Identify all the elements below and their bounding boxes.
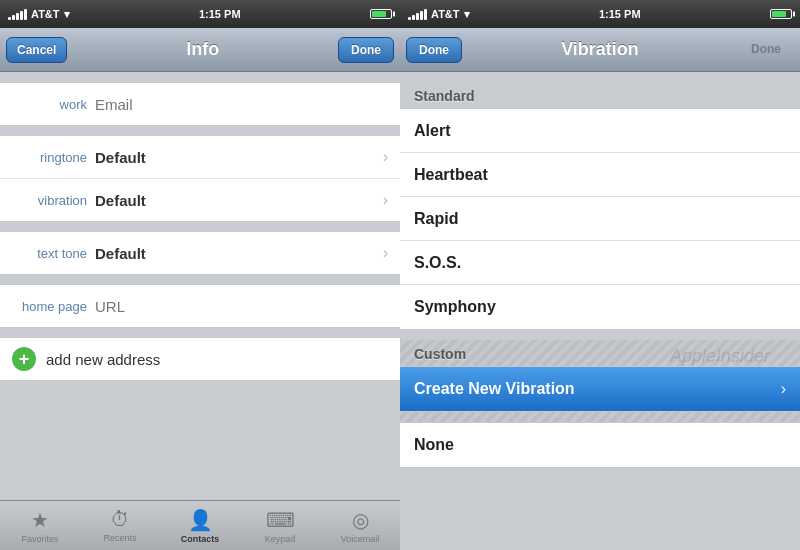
tab-favorites-label: Favorites (21, 534, 58, 544)
symphony-label: Symphony (414, 298, 786, 316)
time-right: 1:15 PM (599, 8, 641, 20)
carrier-left: AT&T (31, 8, 60, 20)
battery-icon-right (770, 9, 792, 19)
signal-icon (8, 8, 27, 20)
sos-label: S.O.S. (414, 254, 786, 272)
nav-right-spacer: Done (738, 38, 794, 62)
list-item-rapid[interactable]: Rapid (400, 197, 800, 241)
time-left: 1:15 PM (199, 8, 241, 20)
text-tone-section: text tone Default › (0, 231, 400, 275)
custom-list: Create New Vibration › (400, 366, 800, 412)
none-label: None (414, 436, 786, 454)
list-item-none[interactable]: None (400, 423, 800, 467)
work-email-row: work (0, 82, 400, 126)
tab-contacts[interactable]: 👤 Contacts (160, 508, 240, 544)
heartbeat-label: Heartbeat (414, 166, 786, 184)
vibration-value: Default (95, 192, 383, 209)
custom-header: Custom (400, 340, 800, 366)
custom-section: Custom AppleInsider Create New Vibration… (400, 340, 800, 468)
add-icon: + (12, 347, 36, 371)
done-button-left[interactable]: Done (338, 37, 394, 63)
voicemail-icon: ◎ (352, 508, 369, 532)
star-icon: ★ (31, 508, 49, 532)
list-item-heartbeat[interactable]: Heartbeat (400, 153, 800, 197)
add-address-label: add new address (46, 351, 160, 368)
tab-keypad-label: Keypad (265, 534, 296, 544)
tab-keypad[interactable]: ⌨ Keypad (240, 508, 320, 544)
status-bar-left: AT&T ▾ 1:15 PM (0, 0, 400, 28)
homepage-section: home page (0, 284, 400, 328)
homepage-row: home page (0, 284, 400, 328)
tab-bar-left: ★ Favorites ⏱ Recents 👤 Contacts ⌨ Keypa… (0, 500, 400, 550)
ringtone-section: ringtone Default › vibration Default › (0, 135, 400, 222)
text-tone-value: Default (95, 245, 383, 262)
create-chevron: › (781, 380, 786, 398)
tab-voicemail-label: Voicemail (341, 534, 380, 544)
text-tone-chevron: › (383, 244, 388, 262)
work-label: work (12, 97, 87, 112)
none-section: None (400, 422, 800, 468)
tab-contacts-label: Contacts (181, 534, 220, 544)
create-vibration-label: Create New Vibration (414, 380, 781, 398)
tab-recents[interactable]: ⏱ Recents (80, 508, 160, 543)
list-item-sos[interactable]: S.O.S. (400, 241, 800, 285)
rapid-label: Rapid (414, 210, 786, 228)
vibration-label: vibration (12, 193, 87, 208)
battery-icon-left (370, 9, 392, 19)
homepage-input[interactable] (95, 298, 388, 315)
signal-icon-right (408, 8, 427, 20)
nav-title-left: Info (67, 39, 338, 60)
nav-title-right: Vibration (462, 39, 738, 60)
wifi-icon: ▾ (64, 8, 70, 21)
nav-bar-left: Cancel Info Done (0, 28, 400, 72)
homepage-label: home page (12, 299, 87, 314)
wifi-icon-right: ▾ (464, 8, 470, 21)
text-tone-row[interactable]: text tone Default › (0, 231, 400, 275)
work-email-input[interactable] (95, 96, 388, 113)
tab-favorites[interactable]: ★ Favorites (0, 508, 80, 544)
status-bar-right: AT&T ▾ 1:15 PM (400, 0, 800, 28)
standard-list: Alert Heartbeat Rapid S.O.S. Symphony (400, 108, 800, 330)
left-phone: AT&T ▾ 1:15 PM Cancel Info Done work rin… (0, 0, 400, 550)
add-address-row[interactable]: + add new address (0, 337, 400, 381)
standard-header: Standard (400, 82, 800, 108)
vibration-row[interactable]: vibration Default › (0, 178, 400, 222)
vibration-chevron: › (383, 191, 388, 209)
tab-recents-label: Recents (103, 533, 136, 543)
cancel-button[interactable]: Cancel (6, 37, 67, 63)
create-vibration-row[interactable]: Create New Vibration › (400, 367, 800, 411)
list-item-symphony[interactable]: Symphony (400, 285, 800, 329)
tab-voicemail[interactable]: ◎ Voicemail (320, 508, 400, 544)
alert-label: Alert (414, 122, 786, 140)
text-tone-label: text tone (12, 246, 87, 261)
content-right: Standard Alert Heartbeat Rapid S.O.S. Sy… (400, 72, 800, 550)
right-phone: AT&T ▾ 1:15 PM Done Vibration Done Stand… (400, 0, 800, 550)
carrier-right: AT&T (431, 8, 460, 20)
add-address-section: + add new address (0, 337, 400, 381)
list-item-alert[interactable]: Alert (400, 109, 800, 153)
done-button-right[interactable]: Done (406, 37, 462, 63)
email-section: work (0, 82, 400, 126)
ringtone-row[interactable]: ringtone Default › (0, 135, 400, 179)
ringtone-chevron: › (383, 148, 388, 166)
content-left: work ringtone Default › vibration Defaul… (0, 72, 400, 500)
clock-icon: ⏱ (110, 508, 130, 531)
keypad-icon: ⌨ (266, 508, 295, 532)
none-list: None (400, 422, 800, 468)
ringtone-label: ringtone (12, 150, 87, 165)
nav-bar-right: Done Vibration Done (400, 28, 800, 72)
person-icon: 👤 (188, 508, 213, 532)
ringtone-value: Default (95, 149, 383, 166)
